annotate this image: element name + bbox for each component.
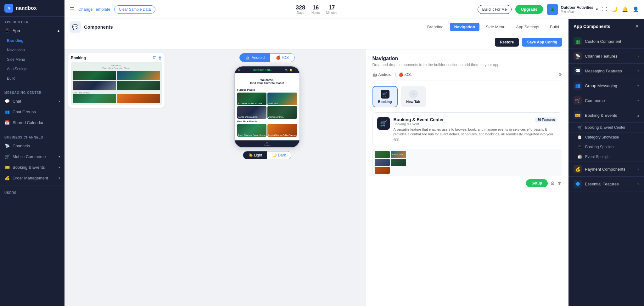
app-components-panel: App Components ✕ ▦ Custom Component 📡 Ch… (568, 19, 644, 306)
preview-cell-6 (117, 94, 160, 103)
channels-icon: 📡 (4, 143, 10, 149)
sidebar-item-mobile-commerce[interactable]: 🛒 Mobile Commerce ▾ (0, 151, 64, 162)
tab-branding[interactable]: Branding (423, 23, 448, 31)
sidebar-item-channels[interactable]: 📡 Channels (0, 140, 64, 151)
tab-light[interactable]: ☀️ Light (243, 151, 267, 159)
ac-item-booking-events[interactable]: 🎫 Booking & Events ▴ (568, 108, 644, 123)
build-it-for-me-button[interactable]: Build It For Me (478, 5, 512, 14)
ac-sub-item-category-showcase[interactable]: 📋 Category Showcase (568, 133, 644, 142)
sidebar-item-booking-events[interactable]: 🎫 Booking & Events ▾ (0, 162, 64, 173)
ac-sub-item-event-spotlight[interactable]: 📅 Event Spotlight (568, 152, 644, 162)
ac-item-custom-component[interactable]: ▦ Custom Component (568, 34, 644, 49)
ac-item-payment-components[interactable]: 💰 Payment Components ▾ (568, 162, 644, 177)
components-icon: 💬 (70, 21, 81, 33)
component-card: 🛒 Booking & Event Center 56 Features Boo… (372, 112, 563, 146)
app-sub: Main App (561, 10, 593, 13)
sidebar-item-order-management[interactable]: 💰 Order Management ▾ (0, 173, 64, 183)
delete-icon[interactable]: 🗑 (158, 56, 162, 60)
sidebar-item-side-menu[interactable]: Side Menu (0, 55, 64, 64)
section-label-app-builder: APP BUILDER (0, 17, 64, 25)
event-ontario2-label: Ontario Wilderness Fishing Adventure (268, 134, 297, 136)
sidebar-item-branding[interactable]: Branding (0, 36, 64, 45)
sidebar-sub-label: Navigation (7, 48, 25, 52)
user-icon[interactable]: 👤 (633, 6, 639, 12)
booking-center-sub-icon: 🛒 (577, 125, 582, 130)
change-template-button[interactable]: Change Template (78, 7, 110, 12)
ac-item-essential-features[interactable]: 🔷 Essential Features ▾ (568, 177, 644, 191)
tab-side-menu[interactable]: Side Menu (481, 23, 510, 31)
delete-action-icon[interactable]: 🗑 (557, 180, 562, 186)
phone-action-icons: 🔍 🔔 ⋮ (285, 69, 296, 71)
settings-action-icon[interactable]: ⚙ (550, 180, 555, 186)
hamburger-phone-icon: ☰ (238, 69, 240, 71)
place-algonquin[interactable]: ALGONQUIN PROVINCIAL PARK (237, 93, 267, 105)
phone-places-grid: ALGONQUIN PROVINCIAL PARK CABOT TRAIL KL… (237, 93, 297, 119)
fullscreen-icon[interactable]: ⛶ (602, 7, 607, 12)
phone-events-grid: Ontario Wilderness Fishing Adventure Ont… (237, 124, 297, 137)
place-cabot[interactable]: CABOT TRAIL (267, 93, 297, 105)
sidebar-item-chat-groups[interactable]: 👥 Chat Groups (0, 106, 64, 117)
clear-data-button[interactable]: Clear Sample Data (114, 5, 155, 14)
sidebar-item-chat[interactable]: 💬 Chat ▾ (0, 96, 64, 106)
component-info: Booking & Event Center 56 Features Booki… (394, 117, 558, 142)
event-ontario1[interactable]: Ontario Wilderness Fishing Adventure (237, 124, 267, 137)
notifications-icon[interactable]: 🔔 (622, 6, 628, 12)
ac-item-label: Channel Features (585, 54, 634, 59)
sidebar-item-label: Order Management (13, 176, 48, 180)
sidebar-item-navigation[interactable]: Navigation (0, 45, 64, 55)
component-actions: Setup ⚙ 🗑 (372, 179, 563, 187)
tab-dark[interactable]: 🌙 Dark (267, 151, 291, 159)
app-info[interactable]: 🌲 Outdoor Activities Main App ▾ (547, 4, 598, 15)
dark-mode-icon[interactable]: 🌙 (611, 6, 618, 12)
event-ontario1-label: Ontario Wilderness Fishing Adventure (238, 134, 266, 136)
platform-settings-icon[interactable]: ⚙ (558, 72, 562, 77)
sidebar-item-app-settings[interactable]: App Settings (0, 64, 64, 74)
android-small-icon: 🤖 (372, 72, 377, 77)
tab-navigation[interactable]: Navigation (450, 23, 479, 31)
ac-sub-item-booking-event-center[interactable]: 🛒 Booking & Event Center (568, 123, 644, 133)
sidebar-item-app[interactable]: 📱 App ▲ (0, 25, 64, 36)
stat-minutes-value: 17 (326, 4, 337, 11)
restore-button[interactable]: Restore (495, 38, 519, 47)
sidebar-item-build[interactable]: Build (0, 74, 64, 83)
tab-app-settings[interactable]: App Settings (512, 23, 544, 31)
ac-item-group-messaging[interactable]: 👥 Group Messaging ▾ (568, 78, 644, 93)
stat-days-label: Days (296, 11, 305, 14)
ac-item-channel-features[interactable]: 📡 Channel Features ▾ (568, 49, 644, 64)
logo-area[interactable]: n nandbox (0, 0, 64, 17)
checkbox-icon[interactable]: ☑ (153, 56, 156, 60)
nav-tab-new[interactable]: + New Tab (401, 86, 426, 107)
chat-groups-icon: 👥 (4, 109, 10, 115)
chat-icon: 💬 (4, 98, 10, 104)
booking-tab-icon: 🛒 (381, 90, 389, 99)
phone-mockup: ☰ Outdoor Acti... 🔍 🔔 ⋮ Welcome, (234, 66, 300, 148)
place-westcoast[interactable]: WEST COAST TRAIL (267, 106, 297, 119)
place-kluane[interactable]: KLUANE NATIONAL PARK (237, 106, 267, 119)
builder-body: Booking ☑ 🗑 Welcome,Find Your Favorite P… (64, 49, 568, 306)
save-app-config-button[interactable]: Save App Config (522, 38, 562, 47)
event-ontario2[interactable]: Ontario Wilderness Fishing Adventure (267, 124, 297, 137)
phone-nav-booking[interactable]: 🛒 Booking (264, 142, 271, 146)
ac-close-icon[interactable]: ✕ (635, 23, 639, 29)
phone-os-tabs: 🤖 Android 🍎 IOS (239, 53, 295, 62)
nav-tab-booking[interactable]: 🛒 Booking (372, 86, 398, 107)
ac-sub-item-booking-spotlight[interactable]: 📱 Booking Spotlight (568, 142, 644, 152)
ac-item-messaging-features[interactable]: 💬 Messaging Features ▾ (568, 64, 644, 78)
sidebar-item-label: Chat (13, 99, 21, 104)
payment-icon: 💰 (574, 165, 582, 173)
tab-android[interactable]: 🤖 Android (240, 54, 270, 62)
section-label-business: BUSINESS CHANNELS (0, 132, 64, 140)
sidebar-item-label: Booking & Events (13, 165, 45, 170)
chevron-down-icon: ▾ (637, 84, 639, 88)
stat-days-value: 328 (296, 4, 305, 11)
tab-ios[interactable]: 🍎 IOS (270, 54, 294, 62)
preview-card-header: Booking ☑ 🗑 (71, 56, 162, 60)
calendar-icon: 📅 (4, 120, 10, 125)
tab-build[interactable]: Build (546, 23, 563, 31)
setup-button[interactable]: Setup (526, 179, 548, 187)
sidebar-item-shared-calendar[interactable]: 📅 Shared Calendar (0, 117, 64, 128)
chevron-down-icon: ▾ (59, 155, 60, 158)
ac-item-commerce[interactable]: 🛒 Commerce ▾ (568, 93, 644, 108)
hamburger-icon[interactable]: ☰ (70, 6, 75, 13)
upgrade-button[interactable]: Upgrade (515, 5, 543, 14)
